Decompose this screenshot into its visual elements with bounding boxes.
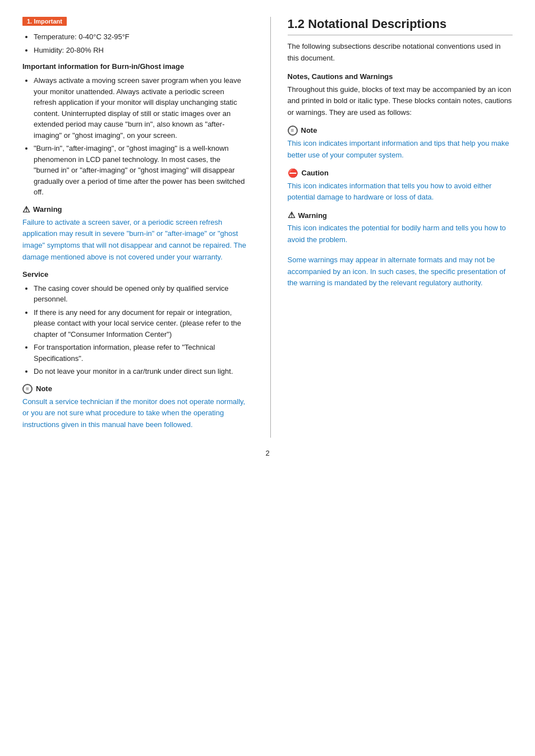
service-heading: Service (22, 270, 248, 279)
warning-text-1: Failure to activate a screen saver, or a… (22, 217, 248, 263)
service-item-4: Do not leave your monitor in a car/trunk… (34, 366, 248, 377)
warning-icon-1: ⚠ (22, 205, 30, 215)
warning-block-right: ⚠ Warning This icon indicates the potent… (288, 210, 513, 289)
burn-list: Always activate a moving screen saver pr… (22, 75, 248, 198)
service-item-2: If there is any need for any document fo… (34, 307, 248, 340)
humidity-bullet: Humidity: 20-80% RH (34, 45, 248, 56)
note-block-1: ≡ Note Consult a service technician if t… (22, 384, 248, 431)
note-title-right: ≡ Note (288, 126, 513, 136)
note-text-1: Consult a service technician if the moni… (22, 396, 248, 431)
caution-title-right: ⛔ Caution (288, 168, 513, 178)
temp-bullet: Temperature: 0-40°C 32-95°F (34, 31, 248, 43)
service-item-1: The casing cover should be opened only b… (34, 283, 248, 305)
service-list: The casing cover should be opened only b… (22, 283, 248, 377)
warning-icon-right: ⚠ (288, 210, 295, 220)
section-tag: 1. Important (22, 17, 67, 26)
env-list: Temperature: 0-40°C 32-95°F Humidity: 20… (22, 31, 248, 55)
notes-cautions-intro: Throughout this guide, blocks of text ma… (288, 84, 513, 119)
note-title-1: ≡ Note (22, 384, 248, 394)
intro-text: The following subsections describe notat… (288, 41, 513, 64)
right-column: 1.2 Notational Descriptions The followin… (270, 17, 513, 438)
note-icon-right: ≡ (288, 126, 298, 136)
service-item-3: For transportation information, please r… (34, 342, 248, 364)
notes-cautions-heading: Notes, Cautions and Warnings (288, 72, 513, 81)
caution-block-right: ⛔ Caution This icon indicates informatio… (288, 168, 513, 204)
note-icon-1: ≡ (22, 384, 33, 394)
warning-text-right-1: This icon indicates the potential for bo… (288, 222, 513, 246)
caution-icon-right: ⛔ (288, 168, 298, 178)
burn-heading: Important information for Burn-in/Ghost … (22, 62, 248, 71)
warning-title-right: ⚠ Warning (288, 210, 513, 220)
note-text-right: This icon indicates important informatio… (288, 138, 513, 161)
note-block-right: ≡ Note This icon indicates important inf… (288, 126, 513, 161)
burn-item-1: Always activate a moving screen saver pr… (34, 75, 248, 141)
warning-block-1: ⚠ Warning Failure to activate a screen s… (22, 205, 248, 263)
warning-text-right-2: Some warnings may appear in alternate fo… (288, 254, 513, 289)
burn-item-2: "Burn-in", "after-imaging", or "ghost im… (34, 143, 248, 198)
caution-text-right: This icon indicates information that tel… (288, 180, 513, 204)
page-number: 2 (22, 449, 513, 457)
section-title: 1.2 Notational Descriptions (288, 17, 513, 35)
left-column: 1. Important Temperature: 0-40°C 32-95°F… (22, 17, 248, 438)
warning-title-1: ⚠ Warning (22, 205, 248, 215)
